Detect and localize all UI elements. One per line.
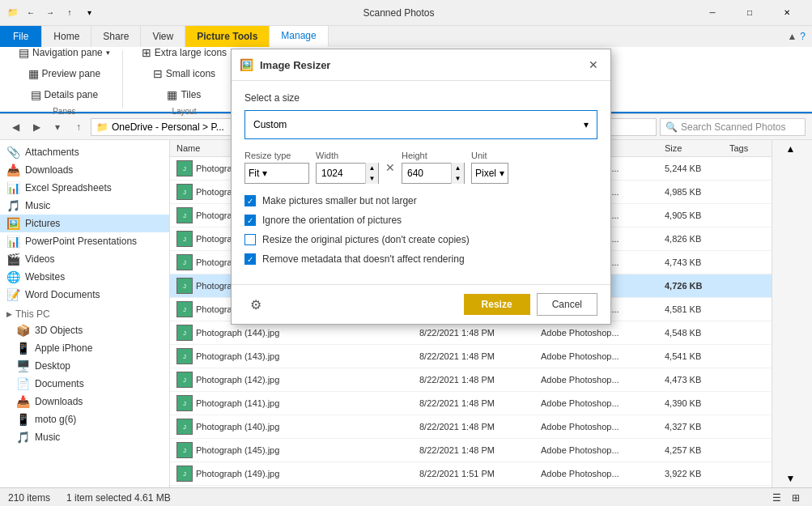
details-view-btn[interactable]: ☰	[768, 490, 784, 506]
preview-pane-btn[interactable]: ▦ Preview pane	[23, 65, 107, 83]
music-icon: 🎵	[6, 199, 20, 212]
checkbox-smaller-input[interactable]	[244, 195, 256, 206]
sidebar-item-videos[interactable]: 🎬 Videos	[0, 250, 169, 268]
tiles-btn[interactable]: ▦ Tiles	[161, 86, 206, 104]
sidebar-item-word[interactable]: 📝 Word Documents	[0, 286, 169, 304]
width-field: Width ▲ ▼	[316, 151, 379, 184]
navigation-pane-btn[interactable]: ▤ Navigation pane ▾	[13, 44, 116, 62]
dialog-title-bar: 🖼️ Image Resizer ✕	[232, 49, 610, 81]
large-icons-icon: ⊞	[142, 46, 151, 59]
back-button[interactable]: ◀	[6, 118, 24, 136]
sidebar: 📎 Attachments 📥 Downloads 📊 Excel Spread…	[0, 140, 170, 487]
sidebar-item-downloads[interactable]: 📥 Downloads	[0, 161, 169, 179]
tab-manage[interactable]: Manage	[270, 26, 328, 47]
table-row[interactable]: JPhotograph (134).jpg 8/22/2021 1:29 PM …	[170, 486, 772, 487]
height-spin-down[interactable]: ▼	[451, 173, 464, 184]
height-field: Height ▲ ▼	[402, 151, 465, 184]
resize-options-row: Resize type Fit ▾ Width ▲ ▼ ✕	[244, 151, 597, 184]
col-tags[interactable]: Tags	[723, 142, 772, 155]
qa-back[interactable]: ←	[23, 5, 39, 21]
sidebar-item-powerpoint[interactable]: 📊 PowerPoint Presentations	[0, 232, 169, 250]
window-controls: ─ □ ✕	[694, 0, 806, 26]
resize-type-value: Fit	[249, 168, 259, 179]
expand-icon: ▶	[6, 310, 12, 318]
status-bar: 210 items 1 item selected 4.61 MB ☰ ⊞	[0, 487, 812, 506]
resize-type-arrow: ▾	[262, 168, 267, 179]
sidebar-item-documents[interactable]: 📄 Documents	[0, 375, 169, 393]
details-pane-btn[interactable]: ▤ Details pane	[25, 86, 104, 104]
window-title: Scanned Photos	[104, 7, 694, 19]
resize-button[interactable]: Resize	[464, 294, 530, 315]
dropdown-arrow: ▾	[584, 119, 589, 130]
table-row[interactable]: JPhotograph (140).jpg 8/22/2021 1:48 PM …	[170, 415, 772, 439]
height-input[interactable]	[402, 164, 451, 183]
height-label: Height	[402, 151, 465, 160]
address-icon: 📁	[96, 121, 108, 133]
scroll-up[interactable]: ▲	[786, 143, 799, 155]
checkbox-orientation-input[interactable]	[244, 215, 256, 226]
resize-type-select[interactable]: Fit ▾	[244, 163, 309, 184]
unit-select[interactable]: Pixel ▾	[471, 163, 508, 184]
table-row[interactable]: JPhotograph (145).jpg 8/22/2021 1:48 PM …	[170, 439, 772, 462]
cancel-button[interactable]: Cancel	[537, 293, 597, 316]
dialog-close-button[interactable]: ✕	[585, 56, 602, 74]
item-count: 210 items	[8, 492, 50, 504]
sidebar-item-moto[interactable]: 📱 moto g(6)	[0, 410, 169, 428]
extra-large-icons-btn[interactable]: ⊞ Extra large icons	[136, 44, 232, 62]
table-row[interactable]: JPhotograph (143).jpg 8/22/2021 1:48 PM …	[170, 345, 772, 368]
width-spin-up[interactable]: ▲	[365, 163, 378, 173]
right-panel: ▲ ▼	[772, 140, 812, 487]
sidebar-item-attachments[interactable]: 📎 Attachments	[0, 143, 169, 161]
height-input-wrap: ▲ ▼	[402, 163, 465, 184]
checkbox-metadata-input[interactable]	[244, 253, 256, 265]
sidebar-item-pictures[interactable]: 🖼️ Pictures	[0, 215, 169, 232]
quick-access: 📁 ← → ↑ ▾	[6, 5, 97, 21]
recent-btn[interactable]: ▾	[49, 118, 66, 136]
sidebar-item-music2[interactable]: 🎵 Music	[0, 428, 169, 446]
scroll-down[interactable]: ▼	[786, 473, 799, 484]
sidebar-item-music[interactable]: 🎵 Music	[0, 197, 169, 215]
table-row[interactable]: JPhotograph (142).jpg 8/22/2021 1:48 PM …	[170, 368, 772, 392]
search-bar[interactable]: 🔍 Search Scanned Photos	[660, 118, 806, 136]
size-dropdown[interactable]: Custom ▾	[244, 110, 597, 139]
height-spin-up[interactable]: ▲	[451, 163, 464, 173]
settings-gear-button[interactable]: ⚙	[244, 293, 267, 316]
iphone-label: Apple iPhone	[35, 342, 92, 354]
height-spinners: ▲ ▼	[451, 163, 464, 184]
checkbox-original: Resize the original pictures (don't crea…	[244, 234, 597, 245]
sidebar-item-excel[interactable]: 📊 Excel Spreadsheets	[0, 179, 169, 197]
sidebar-item-3d[interactable]: 📦 3D Objects	[0, 321, 169, 339]
table-row[interactable]: JPhotograph (141).jpg 8/22/2021 1:48 PM …	[170, 392, 772, 415]
checkbox-original-input[interactable]	[244, 234, 256, 245]
expand-ribbon[interactable]: ▲	[787, 31, 797, 42]
table-row[interactable]: JPhotograph (144).jpg 8/22/2021 1:48 PM …	[170, 321, 772, 345]
width-spin-down[interactable]: ▼	[365, 173, 378, 184]
sidebar-item-downloads2[interactable]: 📥 Downloads	[0, 393, 169, 410]
sidebar-item-apple-iphone[interactable]: 📱 Apple iPhone	[0, 339, 169, 357]
qa-up[interactable]: ↑	[62, 5, 78, 21]
layout-label: Layout	[172, 107, 196, 116]
maximize-button[interactable]: □	[731, 0, 768, 26]
checkbox-orientation: Ignore the orientation of pictures	[244, 215, 597, 226]
qa-forward[interactable]: →	[42, 5, 58, 21]
sidebar-item-websites[interactable]: 🌐 Websites	[0, 268, 169, 286]
dialog-footer: ⚙ Resize Cancel	[232, 284, 610, 324]
moto-icon: 📱	[16, 413, 30, 426]
sidebar-item-desktop[interactable]: 🖥️ Desktop	[0, 357, 169, 375]
close-button[interactable]: ✕	[768, 0, 806, 26]
help-button[interactable]: ?	[800, 31, 806, 42]
forward-button[interactable]: ▶	[28, 118, 45, 136]
qa-menu[interactable]: ▾	[81, 5, 97, 21]
title-bar: 📁 ← → ↑ ▾ Scanned Photos ─ □ ✕	[0, 0, 812, 26]
this-pc-section[interactable]: ▶ This PC	[0, 304, 169, 321]
resize-type-field: Resize type Fit ▾	[244, 151, 309, 184]
table-row[interactable]: JPhotograph (149).jpg 8/22/2021 1:51 PM …	[170, 462, 772, 486]
up-button[interactable]: ↑	[70, 118, 87, 136]
view-buttons: ☰ ⊞	[768, 490, 804, 506]
minimize-button[interactable]: ─	[694, 0, 731, 26]
width-input[interactable]	[317, 164, 365, 183]
small-icons-btn[interactable]: ⊟ Small icons	[147, 65, 221, 83]
col-size[interactable]: Size	[658, 142, 723, 155]
large-icon-view-btn[interactable]: ⊞	[788, 490, 804, 506]
image-resizer-dialog: 🖼️ Image Resizer ✕ Select a size Custom …	[231, 49, 611, 325]
